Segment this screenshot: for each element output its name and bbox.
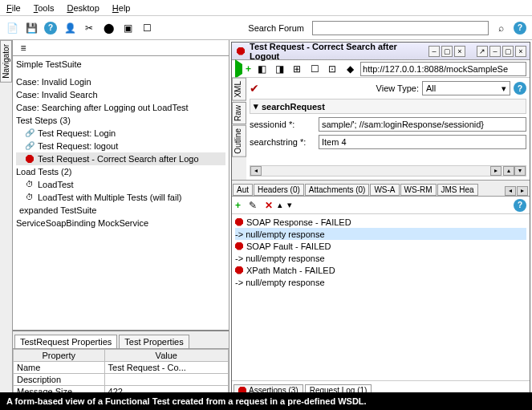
flag-icon[interactable]: ▣ (120, 21, 135, 35)
navigator-tree[interactable]: Simple TestSuite Case: Invalid Login Cas… (13, 56, 229, 330)
sessionid-input[interactable] (319, 117, 526, 132)
assertion-item[interactable]: XPath Match - FAILED (235, 264, 526, 276)
tab-attachments[interactable]: Attachments (0) (305, 184, 370, 196)
maximize-icon[interactable]: ▢ (441, 46, 453, 57)
assert-help-icon[interactable]: ? (514, 199, 526, 212)
misc-icon[interactable]: ☐ (140, 21, 154, 35)
field-searchstring: searchstring *: (250, 135, 526, 149)
window-icon (235, 46, 246, 57)
scroll-right-icon[interactable]: ▸ (490, 166, 502, 176)
splitter-down-icon[interactable]: ▾ (514, 166, 526, 176)
menu-tools[interactable]: Tools (34, 3, 55, 13)
tree-step-selected[interactable]: Test Request - Correct Search after Logo (16, 152, 225, 165)
request-fail-icon (24, 153, 35, 164)
horizontal-scrollbar[interactable]: ◂ ▸ ▴ ▾ (250, 165, 526, 177)
tree-loadtest[interactable]: ⏱LoadTest with Multiple Tests (will fail… (16, 191, 225, 204)
globe-icon[interactable]: ⬤ (101, 21, 116, 35)
menu-desktop[interactable]: Desktop (67, 3, 99, 13)
navigator-tab[interactable]: Navigator (0, 40, 12, 83)
caption-overlay: A form-based view of a Functional Test c… (0, 392, 532, 410)
assertions-list[interactable]: SOAP Response - FAILED -> null/empty res… (232, 214, 530, 380)
down-icon[interactable]: ▾ (287, 200, 292, 210)
view-type-label: View Type: (376, 83, 419, 93)
tab-xml[interactable]: XML (232, 78, 246, 101)
properties-tabs: TestRequest Properties Test Properties (13, 331, 229, 349)
tab-jms[interactable]: JMS Hea (437, 184, 478, 196)
tree-step[interactable]: 🔗Test Request: logout (16, 140, 225, 152)
tab-outline[interactable]: Outline (232, 125, 246, 157)
remove-assertion-button[interactable]: ✕ (265, 200, 273, 211)
view-type-select[interactable]: All▾ (422, 81, 510, 95)
section-header[interactable]: ▾ searchRequest (250, 99, 526, 114)
tab-auth[interactable]: Aut (233, 184, 253, 196)
assertion-detail[interactable]: -> null/empty response (235, 252, 526, 264)
tree-steps-label[interactable]: Test Steps (3) (16, 114, 225, 127)
tool3-icon[interactable]: ⊞ (290, 62, 304, 76)
add-button[interactable]: + (246, 63, 251, 75)
tree-root[interactable]: Simple TestSuite (16, 58, 225, 71)
tabs-left-icon[interactable]: ◂ (505, 186, 516, 196)
tab-headers[interactable]: Headers (0) (254, 184, 304, 196)
form-help-icon[interactable]: ? (514, 82, 526, 95)
table-row[interactable]: Description (14, 374, 229, 386)
fail-icon (235, 218, 243, 226)
tool5-icon[interactable]: ⊡ (325, 62, 339, 76)
tab-test-properties[interactable]: Test Properties (119, 335, 189, 348)
tab-raw[interactable]: Raw (232, 102, 246, 124)
col-property: Property (14, 350, 105, 362)
tool4-icon[interactable]: ☐ (307, 62, 322, 76)
minimize2-icon[interactable]: – (489, 46, 501, 57)
tree-expanded-suite[interactable]: expanded TestSuite (16, 204, 225, 217)
menu-file[interactable]: File (6, 3, 21, 13)
tool2-icon[interactable]: ◨ (272, 62, 286, 76)
tool6-icon[interactable]: ◆ (343, 62, 357, 76)
search-help-icon[interactable]: ? (513, 21, 527, 35)
run-button[interactable] (235, 64, 242, 74)
field-label: sessionid *: (250, 120, 314, 129)
save-icon[interactable]: 💾 (24, 21, 39, 35)
menubar: File Tools Desktop Help (0, 0, 532, 16)
fail-icon (235, 266, 243, 274)
tree-case[interactable]: Case: Invalid Login (16, 75, 225, 88)
close-icon[interactable]: × (454, 46, 465, 57)
scroll-left-icon[interactable]: ◂ (250, 166, 262, 176)
tabs-right-icon[interactable]: ▸ (517, 186, 528, 196)
tree-step[interactable]: 🔗Test Request: Login (16, 127, 225, 140)
request-toolbar: + ◧ ◨ ⊞ ☐ ⊡ ◆ (232, 60, 530, 78)
user-icon[interactable]: 👤 (63, 21, 77, 35)
search-go-icon[interactable]: ⌕ (493, 21, 508, 35)
search-forum-label: Search Forum (248, 23, 304, 33)
maximize2-icon[interactable]: ▢ (502, 46, 514, 57)
checkmark-icon: ✔ (250, 82, 259, 95)
new-icon[interactable]: 📄 (5, 21, 19, 35)
search-forum-input[interactable] (312, 21, 489, 35)
menu-help[interactable]: Help (112, 3, 131, 13)
assertion-item[interactable]: SOAP Response - FAILED (235, 216, 526, 228)
assertion-detail[interactable]: -> null/empty response (235, 276, 526, 288)
tab-testrequest-properties[interactable]: TestRequest Properties (14, 335, 117, 348)
tab-wsrm[interactable]: WS-RM (400, 184, 437, 196)
close2-icon[interactable]: × (515, 46, 526, 57)
tree-case[interactable]: Case: Searching after Logging out LoadTe… (16, 101, 225, 114)
minimize-icon[interactable]: – (428, 46, 440, 57)
left-vertical-tabstrip: Navigator (0, 40, 13, 410)
up-icon[interactable]: ▴ (278, 200, 282, 210)
config-assertion-icon[interactable]: ✎ (246, 198, 260, 213)
list-icon[interactable]: ≡ (16, 41, 30, 55)
assertion-item[interactable]: SOAP Fault - FAILED (235, 240, 526, 252)
tree-loadtests-label[interactable]: Load Tests (2) (16, 165, 225, 178)
splitter-up-icon[interactable]: ▴ (503, 166, 514, 176)
assertion-detail[interactable]: -> null/empty response (235, 228, 526, 240)
endpoint-url-input[interactable] (360, 62, 526, 76)
searchstring-input[interactable] (319, 135, 526, 149)
tool1-icon[interactable]: ◧ (254, 62, 269, 76)
help-icon[interactable]: ? (43, 21, 58, 35)
tree-case[interactable]: Case: Invalid Search (16, 88, 225, 101)
add-assertion-button[interactable]: + (235, 200, 241, 211)
table-row[interactable]: NameTest Request - Co... (14, 362, 229, 374)
tree-mockservice[interactable]: ServiceSoapBinding MockService (16, 217, 225, 229)
restore-icon[interactable]: ↗ (477, 46, 488, 57)
tab-wsa[interactable]: WS-A (370, 184, 399, 196)
settings-icon[interactable]: ✂ (82, 21, 96, 35)
tree-loadtest[interactable]: ⏱LoadTest (16, 178, 225, 191)
